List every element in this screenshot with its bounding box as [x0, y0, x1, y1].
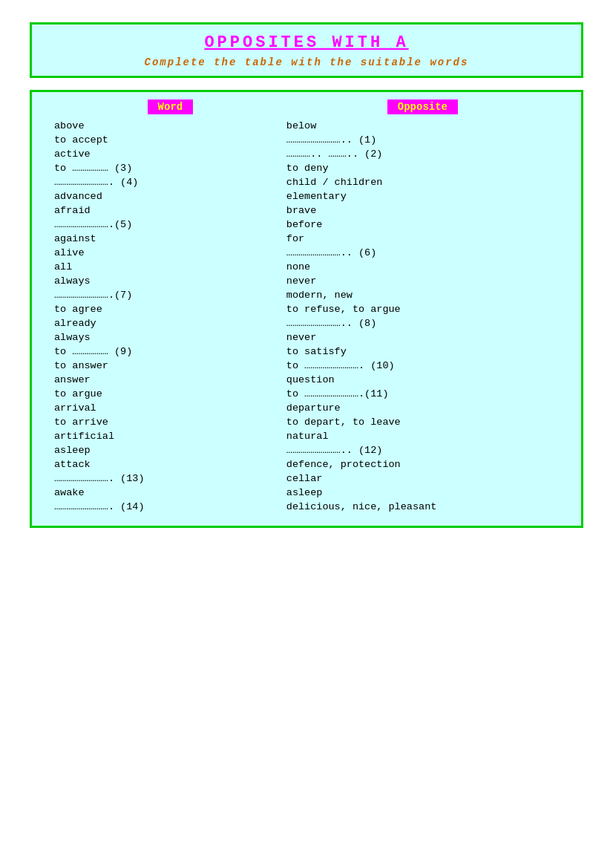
opposite-cell: to depart, to leave — [286, 417, 559, 428]
opposite-cell: modern, new — [286, 290, 559, 301]
word-cell: always — [54, 275, 286, 287]
word-cell: above — [54, 120, 286, 131]
table-row: asleep……………………….. (12) — [47, 443, 566, 457]
table-row: answerquestion — [47, 373, 566, 387]
opposite-cell: ……………………….. (8) — [286, 318, 559, 329]
word-cell: ………………………. (4) — [54, 177, 286, 188]
table-row: againstfor — [47, 232, 566, 246]
opposite-cell: departure — [286, 402, 559, 414]
table-row: to answerto ………………………. (10) — [47, 359, 566, 373]
word-cell: ………………………. (13) — [54, 473, 286, 484]
col-headers: Word Opposite — [47, 99, 566, 114]
word-cell: to ……………… (9) — [54, 346, 286, 357]
word-cell: ……………………….(7) — [54, 290, 286, 301]
table-row: to ……………… (3)to deny — [47, 161, 566, 175]
main-table-box: Word Opposite abovebelowto accept…………………… — [30, 90, 583, 528]
table-row: allnone — [47, 260, 566, 274]
word-col-header-label: Word — [148, 99, 194, 114]
table-row: to arriveto depart, to leave — [47, 415, 566, 429]
opposite-cell: to ……………………….(11) — [286, 388, 559, 399]
opposite-cell: to satisfy — [286, 346, 559, 357]
opposite-cell: brave — [286, 205, 559, 216]
word-cell: advanced — [54, 191, 286, 202]
opposite-cell: natural — [286, 431, 559, 442]
word-cell: to argue — [54, 388, 286, 399]
table-row: to argueto ……………………….(11) — [47, 387, 566, 401]
table-row: alwaysnever — [47, 274, 566, 288]
word-cell: answer — [54, 374, 286, 385]
table-row: afraidbrave — [47, 203, 566, 218]
word-cell: attack — [54, 459, 286, 470]
opposite-cell: never — [286, 332, 559, 343]
word-cell: to answer — [54, 360, 286, 371]
table-row: abovebelow — [47, 119, 566, 133]
table-row: already……………………….. (8) — [47, 316, 566, 330]
opposite-cell: below — [286, 120, 559, 131]
table-row: active………….. ……….. (2) — [47, 147, 566, 161]
opposite-col-header-label: Opposite — [387, 99, 458, 114]
word-cell: all — [54, 261, 286, 273]
opposite-col-header-cell: Opposite — [286, 99, 559, 114]
table-row: ………………………. (4)child / children — [47, 175, 566, 189]
table-row: ………………………. (14)delicious, nice, pleasant — [47, 500, 566, 514]
opposite-cell: to ………………………. (10) — [286, 360, 559, 371]
table-row: alwaysnever — [47, 330, 566, 345]
opposite-cell: asleep — [286, 487, 559, 498]
outer-title-box: OPPOSITES WITH A Complete the table with… — [30, 22, 583, 78]
word-cell: to arrive — [54, 417, 286, 428]
table-row: ……………………….(7)modern, new — [47, 288, 566, 302]
main-title: OPPOSITES WITH A — [47, 33, 566, 52]
opposite-cell: ……………………….. (12) — [286, 445, 559, 456]
word-cell: against — [54, 233, 286, 244]
word-cell: always — [54, 332, 286, 343]
word-col-header-cell: Word — [54, 99, 286, 114]
opposite-cell: to refuse, to argue — [286, 304, 559, 315]
table-row: to accept……………………….. (1) — [47, 133, 566, 147]
table-row: arrivaldeparture — [47, 401, 566, 415]
word-cell: asleep — [54, 445, 286, 456]
table-row: awakeasleep — [47, 486, 566, 500]
table-row: to agreeto refuse, to argue — [47, 302, 566, 316]
table-row: alive……………………….. (6) — [47, 246, 566, 260]
table-row: ……………………….(5)before — [47, 218, 566, 232]
word-cell: to accept — [54, 134, 286, 146]
opposite-cell: cellar — [286, 473, 559, 484]
opposite-cell: ………….. ……….. (2) — [286, 149, 559, 160]
opposite-cell: question — [286, 374, 559, 385]
opposite-cell: ……………………….. (6) — [286, 247, 559, 258]
word-cell: ……………………….(5) — [54, 219, 286, 230]
opposite-cell: for — [286, 233, 559, 244]
table-row: advancedelementary — [47, 189, 566, 203]
table-row: attackdefence, protection — [47, 457, 566, 471]
word-cell: afraid — [54, 205, 286, 216]
word-cell: to ……………… (3) — [54, 163, 286, 174]
opposite-cell: child / children — [286, 177, 559, 188]
opposite-cell: before — [286, 219, 559, 230]
opposite-cell: none — [286, 261, 559, 273]
word-cell: ………………………. (14) — [54, 501, 286, 512]
opposite-cell: ……………………….. (1) — [286, 134, 559, 146]
subtitle: Complete the table with the suitable wor… — [47, 56, 566, 68]
word-cell: already — [54, 318, 286, 329]
word-cell: to agree — [54, 304, 286, 315]
opposite-cell: delicious, nice, pleasant — [286, 501, 559, 512]
word-cell: awake — [54, 487, 286, 498]
opposite-cell: never — [286, 275, 559, 287]
word-cell: arrival — [54, 402, 286, 414]
table-row: artificialnatural — [47, 429, 566, 443]
table-row: ………………………. (13)cellar — [47, 471, 566, 486]
opposite-cell: elementary — [286, 191, 559, 202]
word-cell: alive — [54, 247, 286, 258]
table-row: to ……………… (9)to satisfy — [47, 345, 566, 359]
word-cell: active — [54, 149, 286, 160]
rows-container: abovebelowto accept……………………….. (1)active… — [47, 119, 566, 514]
word-cell: artificial — [54, 431, 286, 442]
opposite-cell: defence, protection — [286, 459, 559, 470]
opposite-cell: to deny — [286, 163, 559, 174]
